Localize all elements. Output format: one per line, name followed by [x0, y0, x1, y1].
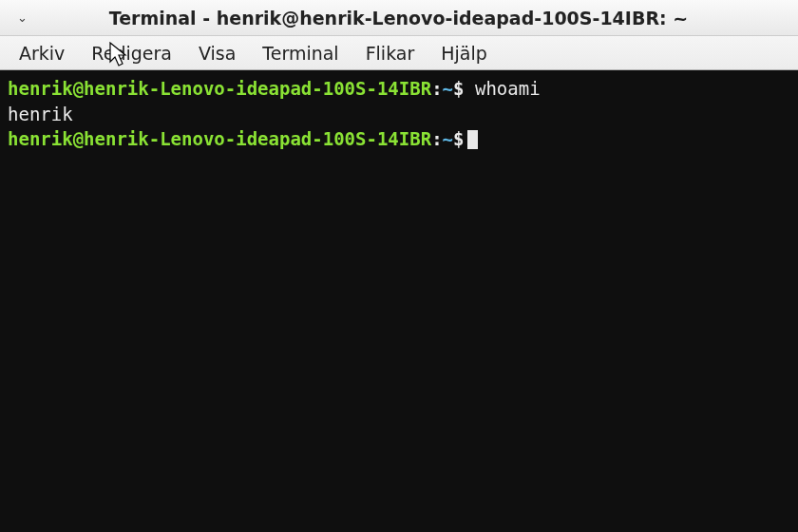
prompt-sigil: $ — [453, 78, 464, 99]
prompt-line-2: henrik@henrik-Lenovo-ideapad-100S-14IBR:… — [8, 128, 478, 149]
prompt-colon: : — [431, 78, 442, 99]
window-title: Terminal - henrik@henrik-Lenovo-ideapad-… — [41, 8, 785, 28]
menu-visa[interactable]: Visa — [185, 39, 249, 67]
prompt-path: ~ — [443, 128, 453, 149]
menu-redigera[interactable]: Redigera — [78, 39, 185, 67]
terminal-cursor — [467, 130, 478, 149]
menu-hjalp[interactable]: Hjälp — [428, 39, 501, 67]
menu-flikar[interactable]: Flikar — [352, 39, 428, 67]
command-text: whoami — [475, 78, 541, 99]
terminal-output-area[interactable]: henrik@henrik-Lenovo-ideapad-100S-14IBR:… — [0, 70, 798, 532]
terminal-window: ⌄ Terminal - henrik@henrik-Lenovo-ideapa… — [0, 0, 798, 532]
prompt-path: ~ — [443, 78, 453, 99]
menu-terminal[interactable]: Terminal — [249, 39, 352, 67]
prompt-userhost: henrik@henrik-Lenovo-ideapad-100S-14IBR — [8, 128, 431, 149]
command-output: henrik — [8, 104, 73, 124]
menubar: Arkiv Redigera Visa Terminal Flikar Hjäl… — [0, 36, 798, 70]
window-menu-arrow-icon[interactable]: ⌄ — [13, 9, 31, 27]
prompt-colon: : — [431, 128, 442, 149]
menu-arkiv[interactable]: Arkiv — [6, 39, 78, 67]
titlebar[interactable]: ⌄ Terminal - henrik@henrik-Lenovo-ideapa… — [0, 0, 798, 36]
prompt-userhost: henrik@henrik-Lenovo-ideapad-100S-14IBR — [8, 78, 431, 99]
prompt-line-1: henrik@henrik-Lenovo-ideapad-100S-14IBR:… — [8, 78, 541, 99]
prompt-sigil: $ — [453, 128, 464, 149]
